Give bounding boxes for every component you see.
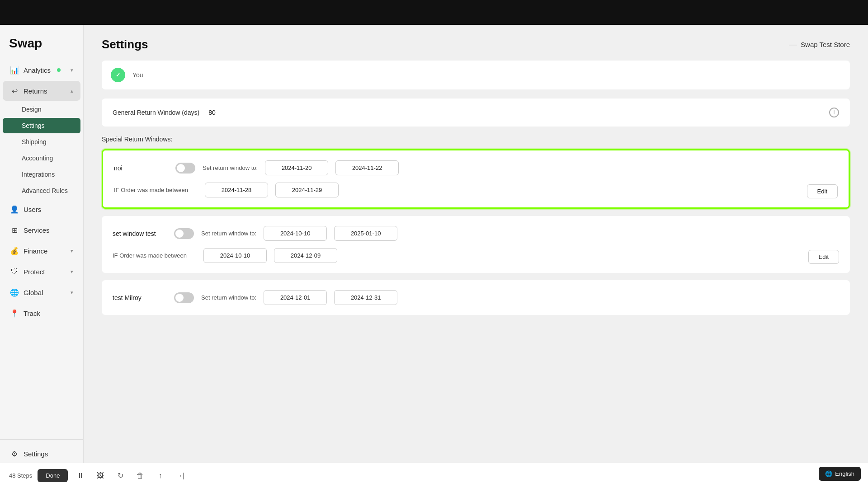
card-swt-edit-button[interactable]: Edit	[808, 250, 839, 264]
sidebar-item-label: Analytics	[24, 66, 51, 74]
card-noi-bottom-row: IF Order was made between 2024-11-28 202…	[114, 183, 838, 197]
card-noi-name: noi	[114, 164, 168, 172]
steps-badge: 48 Steps	[9, 472, 32, 479]
card-tm-toggle[interactable]	[174, 292, 194, 303]
card-swt-order-start[interactable]: 2024-10-10	[203, 248, 267, 263]
sidebar-item-label: Services	[24, 226, 50, 234]
card-swt-top-row: set window test Set return window to: 20…	[113, 226, 839, 241]
main-content: Settings — Swap Test Store ✓ You General…	[84, 25, 868, 488]
card-swt-name: set window test	[113, 230, 167, 237]
card-noi-date-end[interactable]: 2024-11-22	[335, 160, 399, 175]
card-swt-if-order-label: IF Order was made between	[113, 252, 196, 259]
top-section-text: You	[132, 71, 143, 79]
card-tm-date-start[interactable]: 2024-12-01	[264, 290, 327, 305]
special-return-windows-label: Special Return Windows:	[102, 136, 850, 143]
next-button[interactable]: →|	[173, 469, 187, 483]
sidebar-sub-item-design[interactable]: Design	[3, 102, 80, 117]
delete-button[interactable]: 🗑	[133, 469, 147, 483]
content-header: Settings — Swap Test Store	[84, 25, 868, 61]
return-card-set-window-test: set window test Set return window to: 20…	[102, 216, 850, 273]
global-chevron-icon: ▾	[71, 290, 73, 296]
app-logo: Swap	[0, 29, 83, 60]
sidebar-item-label: Users	[24, 206, 41, 213]
card-noi-order-end[interactable]: 2024-11-29	[275, 183, 339, 197]
done-button[interactable]: Done	[38, 469, 68, 482]
settings-gear-icon: ⚙	[10, 449, 19, 458]
sidebar-item-label: Protect	[24, 268, 45, 276]
sidebar-item-label: Track	[24, 310, 40, 317]
sidebar-item-users[interactable]: 👤 Users	[3, 199, 80, 219]
sidebar: Swap 📊 Analytics ▾ ↩ Returns ▴ Design Se…	[0, 25, 84, 488]
analytics-icon: 📊	[10, 66, 19, 75]
card-swt-bottom-row: IF Order was made between 2024-10-10 202…	[113, 248, 839, 263]
finance-chevron-icon: ▾	[71, 248, 73, 254]
toggle-circle: ✓	[111, 68, 125, 82]
sidebar-item-protect[interactable]: 🛡 Protect ▾	[3, 262, 80, 282]
page-title: Settings	[102, 38, 148, 52]
card-swt-date-start[interactable]: 2024-10-10	[264, 226, 327, 241]
protect-chevron-icon: ▾	[71, 269, 73, 275]
card-noi-edit-button[interactable]: Edit	[807, 184, 838, 198]
sidebar-item-analytics[interactable]: 📊 Analytics ▾	[3, 60, 80, 80]
sidebar-sub-item-integrations[interactable]: Integrations	[3, 167, 80, 182]
card-noi-if-order-label: IF Order was made between	[114, 187, 198, 193]
bottom-toolbar: 48 Steps Done ⏸ 🖼 ↻ 🗑 ↑ →|	[0, 463, 868, 488]
info-icon[interactable]: i	[829, 108, 839, 117]
card-tm-top-row: test Milroy Set return window to: 2024-1…	[113, 290, 839, 305]
card-swt-toggle[interactable]	[174, 228, 194, 239]
sidebar-item-returns[interactable]: ↩ Returns ▴	[3, 81, 80, 101]
card-noi-date-start[interactable]: 2024-11-20	[265, 160, 328, 175]
sidebar-item-settings-bottom[interactable]: ⚙ Settings	[3, 444, 80, 464]
sidebar-item-label: Finance	[24, 247, 47, 255]
upload-button[interactable]: ↑	[153, 469, 167, 483]
return-card-test-milroy: test Milroy Set return window to: 2024-1…	[102, 280, 850, 315]
top-bar	[0, 0, 868, 25]
card-noi-toggle[interactable]	[175, 163, 195, 174]
card-swt-set-return-label: Set return window to:	[201, 230, 256, 237]
card-tm-date-end[interactable]: 2024-12-31	[334, 290, 397, 305]
global-icon: 🌐	[10, 288, 19, 297]
sidebar-sub-item-settings[interactable]: Settings	[3, 118, 80, 133]
general-return-label: General Return Window (days)	[113, 109, 199, 116]
analytics-chevron-icon: ▾	[71, 67, 73, 73]
sidebar-sub-item-shipping[interactable]: Shipping	[3, 134, 80, 150]
card-swt-order-end[interactable]: 2024-12-09	[274, 248, 337, 263]
returns-icon: ↩	[10, 86, 19, 95]
general-return-section: General Return Window (days) 80 i	[102, 99, 850, 127]
users-icon: 👤	[10, 205, 19, 214]
track-icon: 📍	[10, 309, 19, 318]
sidebar-sub-item-accounting[interactable]: Accounting	[3, 150, 80, 166]
sidebar-item-services[interactable]: ⊞ Services	[3, 220, 80, 240]
sidebar-bottom-settings-label: Settings	[24, 450, 48, 458]
pause-button[interactable]: ⏸	[73, 469, 88, 483]
language-button[interactable]: 🌐 English	[819, 467, 861, 481]
sidebar-item-finance[interactable]: 💰 Finance ▾	[3, 241, 80, 261]
store-divider: —	[789, 40, 797, 49]
finance-icon: 💰	[10, 246, 19, 255]
services-icon: ⊞	[10, 225, 19, 235]
return-card-noi: noi Set return window to: 2024-11-20 202…	[102, 149, 850, 209]
top-section: ✓ You	[102, 61, 850, 89]
sidebar-item-track[interactable]: 📍 Track	[3, 303, 80, 323]
returns-chevron-icon: ▴	[71, 88, 73, 94]
card-noi-order-start[interactable]: 2024-11-28	[205, 183, 268, 197]
card-swt-date-end[interactable]: 2025-01-10	[334, 226, 397, 241]
general-return-value: 80	[208, 109, 216, 116]
sidebar-item-global[interactable]: 🌐 Global ▾	[3, 282, 80, 302]
sidebar-sub-item-advanced-rules[interactable]: Advanced Rules	[3, 183, 80, 198]
language-label: English	[835, 470, 854, 477]
analytics-badge	[57, 68, 61, 72]
store-name: Swap Test Store	[801, 41, 850, 48]
protect-icon: 🛡	[10, 267, 19, 276]
content-body: ✓ You General Return Window (days) 80 i …	[84, 61, 868, 340]
card-noi-top-row: noi Set return window to: 2024-11-20 202…	[114, 160, 838, 175]
sidebar-item-label: Global	[24, 289, 43, 296]
store-label: — Swap Test Store	[789, 40, 850, 49]
card-tm-name: test Milroy	[113, 294, 167, 301]
language-globe-icon: 🌐	[825, 470, 832, 477]
steps-count: 48 Steps	[9, 472, 32, 479]
sidebar-item-label: Returns	[24, 87, 47, 95]
refresh-button[interactable]: ↻	[113, 469, 127, 483]
card-noi-set-return-label: Set return window to:	[203, 164, 258, 171]
image-button[interactable]: 🖼	[93, 469, 108, 483]
